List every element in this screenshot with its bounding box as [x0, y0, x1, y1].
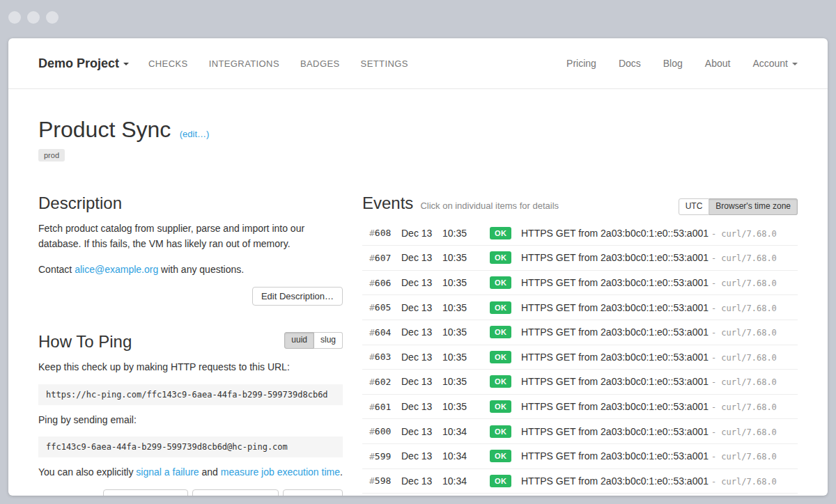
hash-prefix: # [369, 475, 375, 486]
event-detail: HTTPS GET from 2a03:b0c0:1:e0::53:a001 -… [521, 326, 798, 338]
event-number: #599 [369, 451, 401, 462]
event-status-cell: OK [490, 251, 521, 264]
event-date: Dec 13 [401, 401, 442, 412]
event-row[interactable]: #606 Dec 13 10:35 OK HTTPS GET from 2a03… [362, 271, 798, 296]
event-row[interactable]: #607 Dec 13 10:35 OK HTTPS GET from 2a03… [362, 246, 798, 271]
utc-toggle-button[interactable]: UTC [679, 198, 710, 215]
event-detail: HTTPS GET from 2a03:b0c0:1:e0::53:a001 -… [521, 302, 798, 313]
nav-tab[interactable]: CHECKS [148, 58, 188, 69]
event-number: #600 [369, 426, 401, 436]
account-menu[interactable]: Account [752, 58, 798, 69]
primary-nav: CHECKSINTEGRATIONSBADGESSETTINGS [148, 58, 408, 69]
event-number-value: 605 [375, 302, 391, 313]
status-badge: OK [490, 301, 511, 314]
project-switcher[interactable]: Demo Project [38, 56, 129, 71]
event-row[interactable]: #600 Dec 13 10:34 OK HTTPS GET from 2a03… [362, 419, 798, 444]
event-number-value: 604 [375, 327, 391, 338]
event-time: 10:34 [442, 475, 490, 487]
event-date: Dec 13 [401, 302, 442, 313]
event-status-cell: OK [490, 450, 521, 462]
event-row[interactable]: #598 Dec 13 10:34 OK HTTPS GET from 2a03… [362, 469, 798, 494]
ping-action-button[interactable]: Copy URL [283, 489, 343, 496]
hash-prefix: # [369, 451, 375, 462]
event-detail: HTTPS GET from 2a03:b0c0:1:e0::53:a001 -… [521, 277, 798, 288]
events-header: Events Click on individual items for det… [362, 194, 798, 215]
nav-link[interactable]: About [705, 58, 731, 69]
event-status-cell: OK [490, 326, 521, 338]
event-detail-text: HTTPS GET from 2a03:b0c0:1:e0::53:a001 [521, 252, 709, 263]
nav-link[interactable]: Pricing [566, 58, 596, 69]
nav-link[interactable]: Blog [663, 58, 683, 69]
status-badge: OK [490, 276, 511, 289]
how-to-ping-heading: How To Ping [38, 332, 132, 352]
chevron-down-icon [123, 63, 129, 65]
event-row[interactable]: #602 Dec 13 10:35 OK HTTPS GET from 2a03… [362, 370, 798, 395]
edit-description-button[interactable]: Edit Description… [252, 287, 343, 306]
event-time: 10:35 [442, 352, 490, 363]
event-number: #601 [369, 402, 401, 412]
ping-action-button[interactable]: Usage Examples [192, 489, 279, 496]
event-time: 10:35 [442, 252, 490, 263]
window-controls [8, 11, 59, 24]
contact-prefix: Contact [38, 264, 75, 275]
event-row[interactable]: #597 Dec 13 10:34 OK HTTPS GET from 2a03… [362, 494, 798, 496]
event-user-agent: - curl/7.68.0 [711, 328, 777, 338]
event-status-cell: OK [490, 375, 521, 388]
nav-tab[interactable]: SETTINGS [361, 58, 408, 69]
event-status-cell: OK [490, 301, 521, 314]
event-detail: HTTPS GET from 2a03:b0c0:1:e0::53:a001 -… [521, 450, 798, 462]
event-row[interactable]: #603 Dec 13 10:35 OK HTTPS GET from 2a03… [362, 345, 798, 370]
browser-timezone-toggle-button[interactable]: Browser's time zone [709, 198, 798, 215]
uuid-slug-toggle: uuid slug [284, 332, 343, 349]
status-badge: OK [490, 375, 511, 388]
nav-link[interactable]: Docs [619, 58, 641, 69]
nav-tab[interactable]: BADGES [300, 58, 340, 69]
event-row[interactable]: #604 Dec 13 10:35 OK HTTPS GET from 2a03… [362, 320, 798, 345]
event-time: 10:35 [442, 326, 490, 338]
event-detail: HTTPS GET from 2a03:b0c0:1:e0::53:a001 -… [521, 228, 798, 239]
event-number: #603 [369, 352, 401, 362]
hash-prefix: # [369, 253, 375, 263]
edit-name-link[interactable]: (edit…) [180, 129, 210, 139]
event-date: Dec 13 [401, 228, 442, 239]
event-time: 10:34 [442, 450, 490, 462]
event-row[interactable]: #605 Dec 13 10:35 OK HTTPS GET from 2a03… [362, 295, 798, 320]
event-number: #598 [369, 475, 401, 486]
event-number-value: 601 [375, 402, 391, 412]
signal-failure-link[interactable]: signal a failure [136, 466, 199, 478]
status-badge: OK [490, 475, 511, 487]
event-time: 10:35 [442, 302, 490, 313]
window-dot-icon [27, 11, 40, 24]
event-number: #605 [369, 302, 401, 313]
event-row[interactable]: #608 Dec 13 10:35 OK HTTPS GET from 2a03… [362, 221, 798, 246]
event-user-agent: - curl/7.68.0 [711, 304, 777, 313]
slug-toggle-button[interactable]: slug [314, 332, 343, 349]
measure-execution-link[interactable]: measure job execution time [221, 466, 340, 478]
event-detail: HTTPS GET from 2a03:b0c0:1:e0::53:a001 -… [521, 376, 798, 387]
secondary-nav-links: PricingDocsBlogAbout [566, 58, 730, 69]
event-date: Dec 13 [401, 277, 442, 288]
event-number-value: 608 [375, 228, 391, 238]
event-number-value: 600 [375, 426, 391, 436]
event-status-cell: OK [490, 475, 521, 487]
nav-tab[interactable]: INTEGRATIONS [209, 58, 279, 69]
uuid-toggle-button[interactable]: uuid [284, 332, 314, 349]
event-row[interactable]: #601 Dec 13 10:35 OK HTTPS GET from 2a03… [362, 395, 798, 420]
footnote-suffix: . [340, 466, 343, 478]
contact-email-link[interactable]: alice@example.org [75, 264, 158, 275]
event-status-cell: OK [490, 425, 521, 438]
event-detail-text: HTTPS GET from 2a03:b0c0:1:e0::53:a001 [521, 352, 709, 363]
event-detail-text: HTTPS GET from 2a03:b0c0:1:e0::53:a001 [521, 277, 709, 288]
ping-action-button[interactable]: Filtering Rules… [103, 489, 188, 496]
contact-suffix: with any questions. [158, 264, 244, 275]
event-detail-text: HTTPS GET from 2a03:b0c0:1:e0::53:a001 [521, 302, 709, 313]
check-tag: prod [38, 149, 65, 162]
event-user-agent: - curl/7.68.0 [711, 427, 777, 437]
event-row[interactable]: #599 Dec 13 10:34 OK HTTPS GET from 2a03… [362, 444, 798, 469]
event-date: Dec 13 [401, 252, 442, 263]
status-badge: OK [490, 227, 511, 239]
event-number: #607 [369, 253, 401, 263]
event-user-agent: - curl/7.68.0 [711, 402, 777, 412]
event-time: 10:35 [442, 277, 490, 288]
account-label: Account [752, 58, 788, 69]
